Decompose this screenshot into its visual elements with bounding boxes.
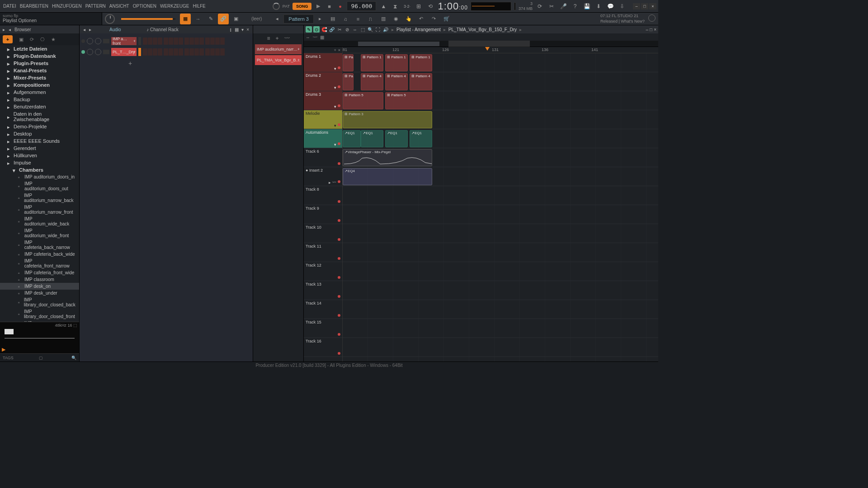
clip[interactable]: ↗EQ4	[343, 168, 432, 185]
mic-icon[interactable]: 🎤	[559, 2, 568, 11]
pl-select-icon[interactable]: ⬚	[359, 26, 366, 33]
record-button[interactable]: ●	[336, 2, 344, 10]
pl-zoom-icon[interactable]: 🔍	[367, 26, 373, 33]
clip[interactable]: ⊞ Pattern 3	[343, 111, 432, 128]
track-header[interactable]: Track 6	[304, 148, 342, 167]
track-lane[interactable]	[343, 205, 658, 224]
track-header[interactable]: Track 9	[304, 205, 342, 224]
track-lane[interactable]	[343, 262, 658, 281]
stop-button[interactable]: ■	[325, 2, 333, 10]
track-lane[interactable]	[343, 243, 658, 262]
pp-add-icon[interactable]: +	[276, 35, 279, 42]
tree-folder[interactable]: ▸ Demo-Projekte	[0, 123, 79, 130]
track-lane[interactable]	[343, 186, 658, 205]
pl-link-icon[interactable]: 🔗	[329, 26, 335, 33]
pp-list-icon[interactable]: ≡	[267, 35, 270, 42]
tree-file[interactable]: ▫ IMP classroom	[0, 276, 79, 283]
pl-loop-tool[interactable]: ⊙	[313, 26, 320, 33]
piano-roll-icon[interactable]: ♫	[340, 14, 351, 24]
pl-resize-icon[interactable]: ↔	[352, 26, 358, 33]
prev-pattern-icon[interactable]: ◂	[272, 14, 283, 24]
clip[interactable]: ⊞ Pa..n 4	[343, 73, 354, 90]
track-header[interactable]: Track 13	[304, 281, 342, 300]
render-icon[interactable]: ⬇	[594, 2, 603, 11]
channel-row[interactable]: IMP a…front+	[81, 36, 251, 46]
pat-mode-button[interactable]: PAT	[283, 4, 290, 9]
tl-add-icon[interactable]: +	[334, 48, 336, 52]
menu-tools[interactable]: WERKZEUGE	[159, 3, 190, 9]
pl-close-icon[interactable]: ×	[654, 27, 656, 32]
tree-folder[interactable]: ▸ EEEE EEEE Sounds	[0, 137, 79, 145]
playhead-icon[interactable]	[485, 47, 490, 51]
clip[interactable]: ↗EQ1	[361, 130, 383, 147]
redo-icon[interactable]: ↷	[429, 14, 439, 24]
cr-group-selector[interactable]: Audio	[109, 27, 121, 32]
tempo-display[interactable]: 96.000	[347, 1, 376, 11]
wait-icon[interactable]: ⧗	[391, 2, 400, 11]
tree-folder[interactable]: ▸ Impulse	[0, 159, 79, 166]
search-icon[interactable]: 🔍	[71, 356, 76, 360]
main-volume-knob[interactable]	[105, 14, 115, 24]
tree-file[interactable]: ▫ IMP library_door_closed_front	[0, 308, 79, 320]
pl-cut-icon[interactable]: ✂	[336, 26, 343, 33]
sync-icon[interactable]: ⟳	[535, 2, 544, 11]
metronome-icon[interactable]: ▲	[379, 2, 388, 11]
pl-mode1-icon[interactable]: ↔	[306, 35, 310, 40]
clip[interactable]: ⊞ Pattern 1	[385, 54, 408, 71]
cr-graph-icon[interactable]: ⫿	[230, 27, 232, 32]
browser-icon[interactable]: ▥	[378, 14, 389, 24]
playlist-view-icon[interactable]: ▤	[327, 14, 338, 24]
playlist-title[interactable]: Playlist - Arrangement	[396, 27, 441, 32]
back-icon[interactable]: ◂	[9, 27, 11, 32]
tempo-tap-icon[interactable]: 👆	[403, 14, 414, 24]
tree-file[interactable]: ▫ IMP auditorium_doors_in	[0, 174, 79, 180]
track-lane[interactable]: ↗EQ1↗EQ1↗EQ1↗EQ1	[343, 129, 658, 148]
channel-mute[interactable]	[103, 50, 109, 54]
menu-options[interactable]: OPTIONEN	[132, 3, 158, 9]
pl-draw-tool[interactable]: ✎	[306, 26, 312, 33]
menu-add[interactable]: HINZUFÜGEN	[51, 3, 83, 9]
cr-grid-icon[interactable]: ▦	[235, 27, 239, 32]
channel-row[interactable]: PL_T…_Dry+	[81, 47, 251, 57]
clip[interactable]: ⊞ Pattern 5	[343, 92, 383, 109]
view-playlist-button[interactable]: ▦	[180, 14, 191, 24]
main-pitch-slider[interactable]	[121, 18, 175, 20]
channel-select[interactable]	[138, 37, 141, 45]
channel-pan-knob[interactable]	[87, 49, 93, 55]
channel-led[interactable]	[81, 50, 85, 54]
browser-add-button[interactable]: +	[3, 35, 13, 43]
track-header[interactable]: Automations▾	[304, 129, 342, 148]
channel-add-button[interactable]: +	[81, 58, 251, 67]
save-icon[interactable]: 💾	[582, 2, 591, 11]
tree-folder[interactable]: ▸ Daten in den Zwischenablage	[0, 110, 79, 123]
clip[interactable]: ⊞ Pattern 1	[410, 54, 432, 71]
menu-pattern[interactable]: PATTERN	[84, 3, 107, 9]
snap-label[interactable]: (leer)	[251, 16, 262, 21]
track-header[interactable]: Track 11	[304, 243, 342, 262]
channel-led[interactable]	[81, 39, 85, 43]
clip[interactable]: ↗EQ1	[343, 130, 361, 147]
download-icon[interactable]: ⇩	[618, 2, 627, 11]
tree-file[interactable]: ▫ IMP auditorium_wide_front	[0, 227, 79, 239]
mixer-icon[interactable]: ⎍	[365, 14, 376, 24]
tree-file[interactable]: ▫ IMP cafeteria_front_narrow	[0, 258, 79, 269]
clip[interactable]: ↗EQ1	[385, 130, 408, 147]
pl-max-icon[interactable]: □	[650, 27, 652, 32]
loop-icon[interactable]: ⟲	[426, 2, 435, 11]
close-button[interactable]: ×	[649, 3, 656, 9]
menu-help[interactable]: HILFE	[191, 3, 207, 9]
track-lane[interactable]: ↗VintagePhaser - Mix-Pegel	[343, 148, 658, 167]
tree-file[interactable]: ▫ IMP desk_under	[0, 290, 79, 296]
track-header[interactable]: Track 12	[304, 262, 342, 281]
channel-rack-icon[interactable]: ≡	[353, 14, 363, 24]
track-lane[interactable]	[343, 338, 658, 357]
track-lane[interactable]	[343, 281, 658, 300]
waveform-preview[interactable]: 48kHz 16 ⬚ ▶	[0, 322, 79, 353]
step-sequencer[interactable]	[143, 38, 226, 45]
cr-menu-icon[interactable]: ▾	[241, 27, 244, 32]
track-lane[interactable]	[343, 224, 658, 243]
overdub-icon[interactable]: ⊞	[414, 2, 423, 11]
track-header[interactable]: Melodie▾	[304, 110, 342, 129]
pl-magnet-icon[interactable]: 🧲	[321, 26, 327, 33]
tree-file[interactable]: ▫ IMP auditorium_wide_back	[0, 216, 79, 227]
